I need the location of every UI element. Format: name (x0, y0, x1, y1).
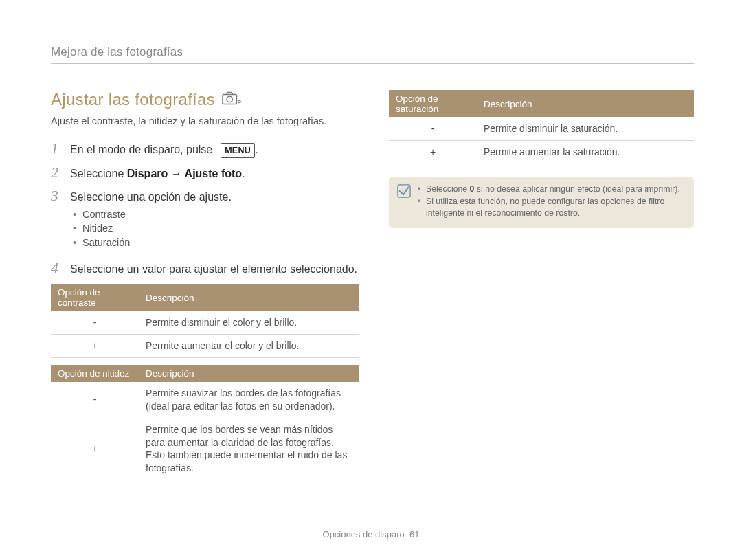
step-number: 1 (51, 141, 62, 156)
step-4: 4 Seleccione un valor para ajustar el el… (51, 260, 359, 277)
step-3: 3 Seleccione una opción de ajuste. Contr… (51, 188, 359, 254)
step-text: En el modo de disparo, pulse MENU. (70, 142, 359, 158)
step-number: 3 (51, 188, 62, 203)
table-cell-option: + (51, 418, 139, 480)
step-text: Seleccione un valor para ajustar el elem… (70, 261, 359, 277)
page-footer: Opciones de disparo 61 (0, 529, 742, 539)
table-cell-option: - (389, 117, 477, 140)
svg-text:P: P (237, 99, 241, 106)
page-heading: Ajustar las fotografías (51, 90, 215, 109)
text-fragment: si no desea aplicar ningún efecto (ideal… (474, 184, 679, 194)
table-header: Opción de saturación (389, 90, 477, 117)
text-fragment: Seleccione (426, 184, 470, 194)
footer-section: Opciones de disparo (323, 529, 405, 539)
info-item: Si utiliza esta función, no puede config… (418, 196, 684, 221)
camera-p-icon: P (222, 91, 241, 109)
table-cell-option: + (389, 140, 477, 164)
text-fragment: . (255, 144, 258, 155)
bold-fragment: Disparo → Ajuste foto (127, 168, 242, 179)
text-fragment: Seleccione (70, 168, 127, 179)
right-column: Opción de saturación Descripción - Permi… (389, 90, 694, 480)
text-fragment: En el modo de disparo, pulse (70, 144, 216, 155)
info-list: Seleccione 0 si no desea aplicar ningún … (418, 183, 684, 220)
info-item: Seleccione 0 si no desea aplicar ningún … (418, 183, 684, 196)
saturation-table: Opción de saturación Descripción - Permi… (389, 90, 694, 164)
heading-row: Ajustar las fotografías P (51, 90, 359, 109)
table-cell-desc: Permite disminuir la saturación. (477, 117, 694, 140)
table-header: Opción de nitidez (51, 365, 139, 382)
table-row: - Permite disminuir la saturación. (389, 117, 694, 140)
svg-point-1 (227, 96, 232, 102)
table-row: + Permite aumentar la saturación. (389, 140, 694, 164)
table-header: Opción de contraste (51, 284, 139, 311)
table-header: Descripción (139, 284, 359, 311)
info-callout: Seleccione 0 si no desea aplicar ningún … (389, 177, 694, 228)
step-2: 2 Seleccione Disparo → Ajuste foto. (51, 165, 359, 181)
table-header-row: Opción de contraste Descripción (51, 284, 359, 311)
table-row: - Permite disminuir el color y el brillo… (51, 311, 359, 334)
step-3-bullets: Contraste Nitidez Saturación (73, 208, 359, 249)
step-text: Seleccione Disparo → Ajuste foto. (70, 166, 359, 181)
table-cell-desc: Permite disminuir el color y el brillo. (139, 311, 359, 334)
step-number: 2 (51, 165, 62, 180)
bullet-item: Saturación (73, 236, 359, 249)
table-row: + Permite aumentar el color y el brillo. (51, 335, 359, 358)
table-cell-desc: Permite aumentar el color y el brillo. (139, 335, 359, 358)
sharpness-table: Opción de nitidez Descripción - Permite … (51, 365, 359, 480)
table-header: Descripción (477, 90, 694, 117)
info-icon (397, 183, 411, 220)
table-header-row: Opción de saturación Descripción (389, 90, 694, 117)
step-text: Seleccione una opción de ajuste. Contras… (70, 189, 359, 254)
table-row: - Permite suavizar los bordes de las fot… (51, 382, 359, 418)
table-cell-option: - (51, 382, 139, 418)
table-header-row: Opción de nitidez Descripción (51, 365, 359, 382)
footer-page-number: 61 (409, 529, 419, 539)
table-cell-option: - (51, 311, 139, 334)
bullet-item: Contraste (73, 208, 359, 221)
table-cell-desc: Permite suavizar los bordes de las fotog… (139, 382, 359, 418)
table-cell-desc: Permite que los bordes se vean más nítid… (139, 418, 359, 480)
breadcrumb: Mejora de las fotografías (51, 45, 694, 64)
table-cell-option: + (51, 335, 139, 358)
content-columns: Ajustar las fotografías P Ajuste el cont… (51, 90, 694, 480)
step-1: 1 En el modo de disparo, pulse MENU. (51, 141, 359, 158)
step-number: 4 (51, 260, 62, 276)
table-header: Descripción (139, 365, 359, 382)
menu-key: MENU (221, 143, 255, 158)
table-cell-desc: Permite aumentar la saturación. (477, 140, 694, 164)
intro-text: Ajuste el contraste, la nitidez y la sat… (51, 115, 359, 128)
left-column: Ajustar las fotografías P Ajuste el cont… (51, 90, 359, 480)
steps-list: 1 En el modo de disparo, pulse MENU. 2 S… (51, 141, 359, 278)
text-fragment: Seleccione una opción de ajuste. (70, 191, 232, 203)
table-row: + Permite que los bordes se vean más nít… (51, 418, 359, 480)
text-fragment: . (242, 168, 245, 179)
contrast-table: Opción de contraste Descripción - Permit… (51, 284, 359, 358)
bullet-item: Nitidez (73, 221, 359, 235)
